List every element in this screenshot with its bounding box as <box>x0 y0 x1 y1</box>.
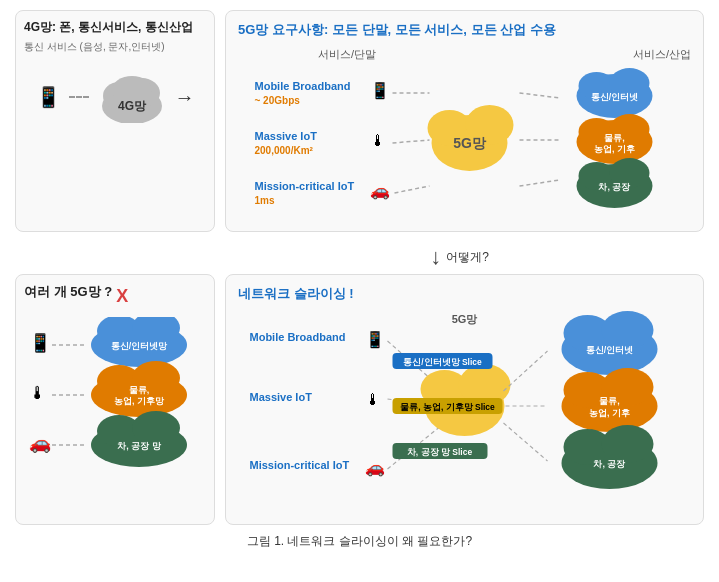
bottom-right-svg: Mobile Broadband Massive IoT Mission-cri… <box>238 311 691 511</box>
bottom-row: 여러 개 5G망 ? X 📱 통신/인터넷망 🌡 물류 <box>15 274 704 525</box>
svg-text:1ms: 1ms <box>255 195 275 206</box>
svg-text:5G망: 5G망 <box>453 135 487 151</box>
svg-text:Mobile Broadband: Mobile Broadband <box>250 331 346 343</box>
4g-cloud-container: 4G망 <box>97 68 167 126</box>
arrow-label: 어떻게? <box>446 249 489 266</box>
svg-line-72 <box>504 423 548 461</box>
svg-text:Mission-critical IoT: Mission-critical IoT <box>250 459 350 471</box>
top-row: 4G망: 폰, 통신서비스, 통신산업 통신 서비스 (음성, 문자,인터넷) … <box>15 10 704 232</box>
svg-text:차, 공장: 차, 공장 <box>593 459 626 469</box>
svg-text:🌡: 🌡 <box>29 383 47 403</box>
svg-text:차, 공장 망 Slice: 차, 공장 망 Slice <box>407 447 473 457</box>
svg-text:통신/인터넷: 통신/인터넷 <box>586 345 634 355</box>
svg-line-18 <box>395 186 430 193</box>
svg-text:📱: 📱 <box>29 332 52 354</box>
bottom-left-svg: 📱 통신/인터넷망 🌡 물류, 농업, 기후망 🚗 <box>24 317 204 477</box>
svg-line-19 <box>520 180 560 186</box>
svg-text:농업, 기후: 농업, 기후 <box>594 144 635 154</box>
svg-text:200,000/Km²: 200,000/Km² <box>255 145 314 156</box>
svg-line-9 <box>520 93 560 98</box>
svg-text:📱: 📱 <box>370 81 390 100</box>
dashed-line <box>69 96 89 98</box>
svg-text:농업, 기후: 농업, 기후 <box>589 408 630 418</box>
arrow-right: → <box>175 86 195 109</box>
bottom-left-panel: 여러 개 5G망 ? X 📱 통신/인터넷망 🌡 물류 <box>15 274 215 525</box>
4g-diagram: 📱 4G망 → <box>24 68 206 126</box>
phone-icon: 📱 <box>36 85 61 109</box>
svg-text:4G망: 4G망 <box>117 99 146 113</box>
bottom-left-title: 여러 개 5G망 ? <box>24 283 112 301</box>
svg-point-54 <box>132 411 180 445</box>
bottom-right-panel: 네트워크 슬라이싱 ! Mobile Broadband Massive IoT… <box>225 274 704 525</box>
svg-text:Mission-critical IoT: Mission-critical IoT <box>255 180 355 192</box>
svg-text:물류,: 물류, <box>599 396 620 406</box>
x-mark: X <box>116 286 128 307</box>
top-right-title: 5G망 요구사항: 모든 단말, 모든 서비스, 모든 산업 수용 <box>238 21 691 39</box>
services-header: 서비스/단말 서비스/산업 <box>238 47 691 62</box>
main-container: 4G망: 폰, 통신서비스, 통신산업 통신 서비스 (음성, 문자,인터넷) … <box>0 0 719 560</box>
top-left-title: 4G망: 폰, 통신서비스, 통신산업 <box>24 19 206 36</box>
top-right-svg: Mobile Broadband ~ 20Gbps 📱 Massive IoT … <box>238 68 691 218</box>
svg-line-70 <box>504 351 548 391</box>
svg-text:Mobile Broadband: Mobile Broadband <box>255 80 351 92</box>
col1-header: 서비스/단말 <box>318 47 376 62</box>
4g-cloud-svg: 4G망 <box>97 68 167 123</box>
svg-text:물류,: 물류, <box>604 133 625 143</box>
arrow-section: ↓ 어떻게? <box>215 240 704 274</box>
bottom-right-title: 네트워크 슬라이싱 ! <box>238 285 691 303</box>
top-right-panel: 5G망 요구사항: 모든 단말, 모든 서비스, 모든 산업 수용 서비스/단말… <box>225 10 704 232</box>
svg-text:차, 공장: 차, 공장 <box>598 182 631 192</box>
svg-line-13 <box>393 140 430 143</box>
svg-text:통신/인터넷망 Slice: 통신/인터넷망 Slice <box>403 357 482 367</box>
svg-text:물류, 농업, 기후망 Slice: 물류, 농업, 기후망 Slice <box>400 402 495 412</box>
svg-text:농업, 기후망: 농업, 기후망 <box>114 396 165 406</box>
svg-text:🚗: 🚗 <box>29 432 52 454</box>
svg-text:통신/인터넷망: 통신/인터넷망 <box>111 341 169 351</box>
svg-text:🚗: 🚗 <box>365 458 385 477</box>
svg-text:🚗: 🚗 <box>370 181 390 200</box>
col2-header: 서비스/산업 <box>633 47 691 62</box>
svg-text:📱: 📱 <box>365 330 385 349</box>
top-left-subtitle: 통신 서비스 (음성, 문자,인터넷) <box>24 40 206 54</box>
svg-point-81 <box>602 311 654 349</box>
svg-text:🌡: 🌡 <box>370 132 386 149</box>
svg-point-90 <box>602 425 654 463</box>
svg-text:Massive IoT: Massive IoT <box>250 391 313 403</box>
svg-text:🌡: 🌡 <box>365 391 381 408</box>
svg-text:차, 공장 망: 차, 공장 망 <box>117 441 162 451</box>
svg-text:5G망: 5G망 <box>452 313 479 325</box>
figure-caption: 그림 1. 네트워크 슬라이싱이 왜 필요한가? <box>15 533 704 550</box>
svg-text:물류,: 물류, <box>129 385 150 395</box>
svg-text:통신/인터넷: 통신/인터넷 <box>591 92 639 102</box>
svg-text:~ 20Gbps: ~ 20Gbps <box>255 95 301 106</box>
down-arrow-icon: ↓ <box>430 244 441 270</box>
svg-text:Massive IoT: Massive IoT <box>255 130 318 142</box>
top-left-panel: 4G망: 폰, 통신서비스, 통신산업 통신 서비스 (음성, 문자,인터넷) … <box>15 10 215 232</box>
